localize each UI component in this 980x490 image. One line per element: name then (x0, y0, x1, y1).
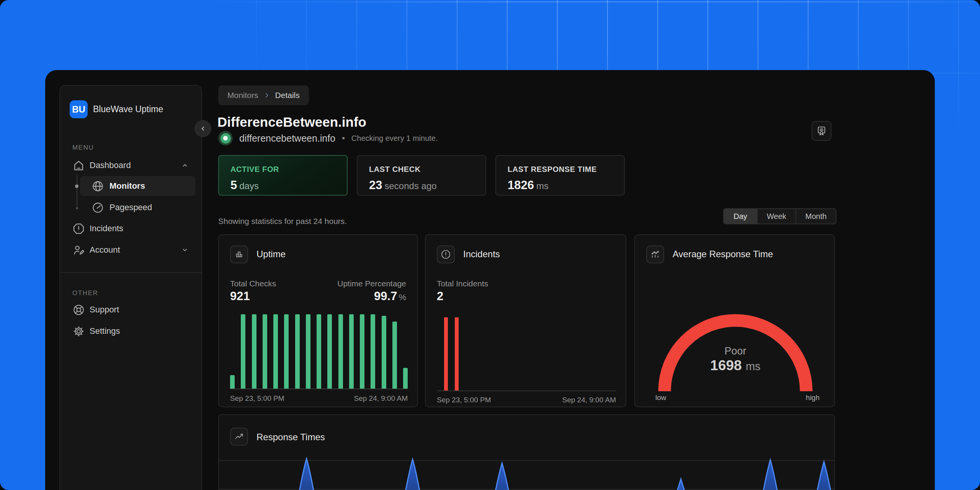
uptime-bar (403, 368, 408, 389)
checking-note: Checking every 1 minute. (351, 134, 438, 143)
breadcrumb-monitors[interactable]: Monitors (227, 91, 258, 100)
alert-octagon-icon (72, 222, 85, 235)
uptime-bar (327, 314, 332, 389)
axis-end-label: Sep 24, 9:00 AM (354, 394, 408, 403)
stat-value: 5 (230, 178, 237, 192)
uptime-bar (263, 314, 267, 389)
incident-bar (455, 317, 459, 390)
uptime-bar (241, 314, 245, 389)
uptime-bar (371, 314, 375, 389)
uptime-pct-unit: % (399, 292, 406, 302)
uptime-bar (284, 314, 289, 389)
brand-logo: BU (70, 100, 88, 118)
uptime-bar-chart (230, 314, 408, 389)
response-time-spike (487, 463, 517, 490)
stat-unit: days (239, 181, 259, 191)
uptime-bar (382, 316, 386, 389)
uptime-bar (338, 314, 343, 389)
incidents-axis-labels: Sep 23, 5:00 PM Sep 24, 9:00 AM (437, 396, 616, 404)
chevron-left-icon (198, 124, 208, 134)
uptime-pct-label: Uptime Percentage (337, 279, 406, 288)
uptime-bar (392, 322, 397, 389)
response-time-spike (755, 460, 786, 490)
response-time-spike (397, 459, 428, 490)
uptime-icon-chip (230, 245, 248, 263)
sidebar-item-monitors[interactable]: Monitors (80, 176, 195, 196)
range-month-button[interactable]: Month (796, 209, 836, 224)
range-week-button[interactable]: Week (758, 209, 796, 224)
life-ring-icon (72, 304, 85, 316)
user-edit-icon (72, 244, 85, 256)
certificate-button[interactable] (812, 121, 831, 141)
sidebar-item-label: Monitors (109, 181, 145, 191)
sidebar-item-label: Pagespeed (109, 203, 152, 212)
stat-cards-row: ACTIVE FOR 5days LAST CHECK 23seconds ag… (218, 155, 625, 196)
sidebar-item-dashboard[interactable]: Dashboard (68, 157, 195, 174)
total-checks-value: 921 (230, 289, 250, 303)
avg-response-icon-chip (646, 245, 664, 263)
globe-icon (91, 180, 104, 193)
axis-start-label: Sep 23, 5:00 PM (230, 394, 284, 403)
brand-name: BlueWave Uptime (93, 104, 163, 114)
chevron-down-icon[interactable] (180, 245, 190, 255)
breadcrumb: Monitors Details (218, 85, 309, 105)
speedometer-icon (91, 201, 104, 214)
active-for-card: ACTIVE FOR 5days (218, 155, 348, 196)
monitor-url: differencebetween.info (239, 133, 335, 144)
stat-unit: ms (536, 181, 549, 191)
uptime-pct-value: 99.7% (374, 289, 406, 303)
response-time-spike (291, 459, 322, 490)
uptime-bar (273, 314, 278, 389)
nav-tree-dot (75, 185, 78, 188)
sidebar-item-account[interactable]: Account (68, 241, 195, 259)
uptime-bar (252, 314, 256, 389)
card-title: Incidents (463, 249, 500, 260)
sidebar-item-incidents[interactable]: Incidents (68, 220, 195, 237)
brand: BU BlueWave Uptime (70, 100, 163, 118)
monitor-status-row: differencebetween.info • Checking every … (218, 131, 438, 146)
response-times-card: Response Times (218, 414, 835, 490)
chevron-up-icon[interactable] (180, 160, 190, 170)
gauge-high-label: high (806, 394, 820, 402)
menu-section-label: MENU (72, 144, 94, 152)
stat-unit: seconds ago (384, 181, 436, 191)
card-title: Uptime (256, 249, 286, 260)
sidebar-collapse-button[interactable] (194, 120, 211, 137)
incidents-card: Incidents Total Incidents 2 Sep 23, 5:00… (425, 234, 626, 407)
gauge-value: 1698 ms (635, 358, 835, 374)
average-response-time-card: Average Response Time Poor 1698 ms low h… (634, 234, 835, 407)
range-day-button[interactable]: Day (724, 209, 758, 224)
sidebar-item-settings[interactable]: Settings (68, 322, 195, 340)
page-title: DifferenceBetween.info (217, 114, 366, 130)
gauge-low-label: low (655, 394, 666, 402)
last-response-time-card: LAST RESPONSE TIME 1826ms (495, 155, 625, 196)
uptime-card: Uptime Total Checks 921 Uptime Percentag… (218, 234, 418, 407)
certificate-icon (816, 125, 827, 137)
home-icon (72, 159, 85, 172)
range-toggle: Day Week Month (723, 208, 836, 224)
incidents-bar-chart (437, 317, 616, 391)
sidebar-item-label: Dashboard (90, 160, 131, 170)
sidebar-item-support[interactable]: Support (68, 301, 195, 318)
sidebar: BU BlueWave Uptime MENU Dashboard Monito… (59, 85, 202, 490)
uptime-bar (349, 314, 354, 389)
axis-end-label: Sep 24, 9:00 AM (562, 396, 616, 404)
bar-chart-icon (234, 249, 244, 260)
sidebar-item-label: Account (90, 245, 120, 255)
stat-value: 23 (369, 178, 382, 192)
uptime-axis-labels: Sep 23, 5:00 PM Sep 24, 9:00 AM (230, 394, 408, 403)
last-check-card: LAST CHECK 23seconds ago (357, 155, 486, 196)
incident-bar (444, 317, 448, 390)
response-times-chart (219, 415, 835, 490)
axis-start-label: Sep 23, 5:00 PM (437, 396, 491, 404)
uptime-bar (317, 314, 321, 389)
nav-tree-dot-end (76, 207, 78, 209)
stats-note: Showing statistics for past 24 hours. (218, 217, 347, 226)
uptime-bar (230, 375, 235, 389)
total-incidents-value: 2 (437, 289, 443, 303)
status-separator: • (342, 133, 345, 143)
stat-label: LAST RESPONSE TIME (508, 165, 612, 174)
response-time-spike (808, 462, 835, 490)
line-chart-dots-icon (650, 249, 660, 260)
sidebar-item-pagespeed[interactable]: Pagespeed (80, 198, 195, 217)
